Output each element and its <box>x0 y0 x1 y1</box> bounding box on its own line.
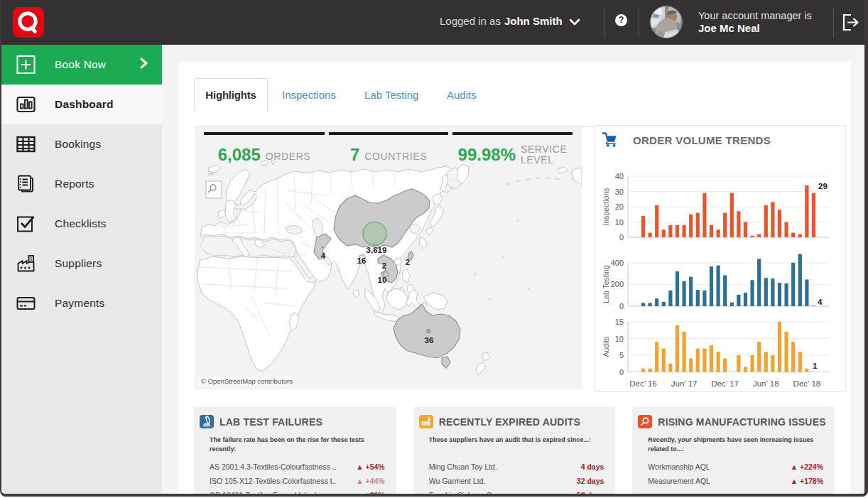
svg-text:1: 1 <box>813 362 818 370</box>
svg-text:3,619: 3,619 <box>367 246 387 254</box>
svg-text:Inspections: Inspections <box>602 188 610 225</box>
svg-text:40: 40 <box>615 172 624 180</box>
svg-text:2: 2 <box>382 261 386 270</box>
svg-text:400: 400 <box>611 259 624 267</box>
svg-text:10: 10 <box>378 276 387 284</box>
svg-text:4: 4 <box>818 298 823 306</box>
svg-text:16: 16 <box>357 256 367 265</box>
svg-text:0: 0 <box>619 302 624 310</box>
svg-text:30: 30 <box>615 188 624 196</box>
svg-text:20: 20 <box>615 202 624 211</box>
svg-text:10: 10 <box>615 335 624 343</box>
svg-text:36: 36 <box>425 336 434 345</box>
svg-text:Lab Testing: Lab Testing <box>602 265 610 303</box>
svg-text:15: 15 <box>615 318 624 326</box>
svg-text:200: 200 <box>611 280 624 288</box>
svg-text:Jun’ 17: Jun’ 17 <box>671 379 698 388</box>
svg-text:ORDER VOLUME TRENDS: ORDER VOLUME TRENDS <box>633 134 771 146</box>
svg-text:4: 4 <box>321 251 326 260</box>
svg-text:29: 29 <box>818 182 828 190</box>
svg-text:10: 10 <box>615 218 624 227</box>
svg-text:5: 5 <box>619 351 624 359</box>
svg-text:0: 0 <box>619 233 624 242</box>
svg-text:Audits: Audits <box>602 336 610 357</box>
svg-text:Jun’ 18: Jun’ 18 <box>753 379 779 388</box>
svg-text:0: 0 <box>619 368 624 377</box>
svg-text:Dec’ 16: Dec’ 16 <box>629 379 657 388</box>
svg-text:Dec’ 18: Dec’ 18 <box>793 379 821 388</box>
svg-text:2: 2 <box>406 258 410 266</box>
svg-text:Dec’ 17: Dec’ 17 <box>711 379 739 388</box>
